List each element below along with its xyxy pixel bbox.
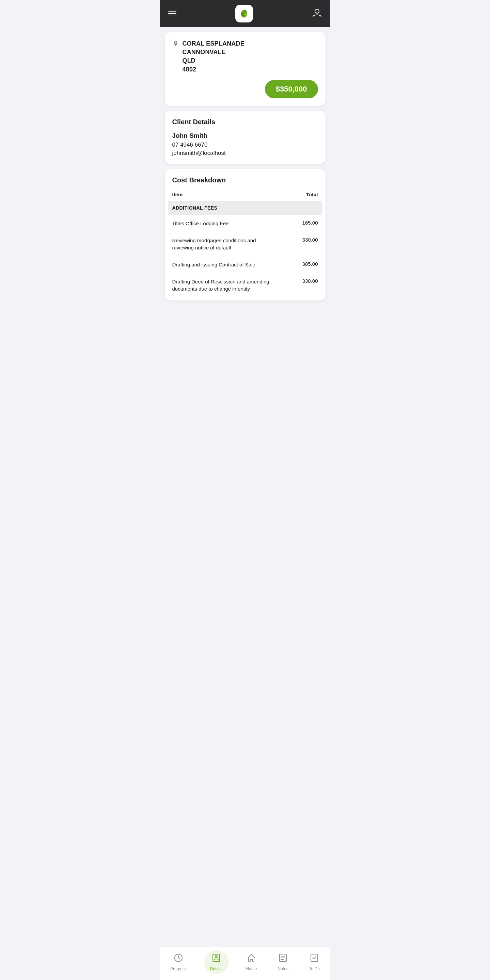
additional-fees-section: ADDITIONAL FEES [168,201,322,215]
location-icon [172,40,179,49]
address-line4: 4802 [182,65,244,74]
cost-row-4: Drafting Deed of Rescission and amending… [168,273,322,297]
price-row: $350,000 [172,80,318,98]
client-details-card: Client Details John Smith 07 4946 6670 j… [165,111,326,164]
cost-label-3: Drafting and issuing Contract of Sale [172,261,255,268]
cost-row-2: Reviewing mortgagee conditions and revie… [168,232,322,256]
nav-item-details[interactable]: Details [204,950,229,974]
cost-table-header: Item Total [168,189,322,201]
property-address: CORAL ESPLANADE CANNONVALE QLD 4802 [172,40,318,74]
app-header [160,0,330,27]
cost-row-1: Titles Office Lodging Fee 165.00 [168,215,322,232]
client-section-title: Client Details [172,118,318,126]
progress-icon [174,953,183,965]
client-phone: 07 4946 6670 [172,142,318,148]
cost-amount-1: 165.00 [302,220,318,226]
address-line1: CORAL ESPLANADE [182,40,244,48]
svg-point-4 [215,956,217,958]
cost-row-3: Drafting and issuing Contract of Sale 38… [168,256,322,273]
cost-label-1: Titles Office Lodging Fee [172,220,229,227]
svg-point-1 [315,9,319,13]
cost-label-4: Drafting Deed of Rescission and amending… [172,278,275,292]
cost-amount-2: 330.00 [302,237,318,243]
app-logo [235,5,253,22]
col-header-item: Item [172,192,183,197]
cost-breakdown-card: Cost Breakdown Item Total ADDITIONAL FEE… [165,169,326,301]
cost-label-2: Reviewing mortgagee conditions and revie… [172,237,275,251]
nav-item-todo[interactable]: To Do [306,952,323,972]
nav-item-home[interactable]: Home [243,952,260,972]
address-line2: CANNONVALE [182,48,244,56]
address-block: CORAL ESPLANADE CANNONVALE QLD 4802 [182,40,244,74]
nav-item-notes[interactable]: Notes [274,952,292,972]
notes-label: Notes [278,966,288,971]
details-label: Details [210,966,223,971]
user-profile-button[interactable] [312,8,322,20]
price-badge: $350,000 [265,80,318,98]
cost-amount-4: 330.00 [302,278,318,284]
todo-icon [310,953,319,965]
property-card: CORAL ESPLANADE CANNONVALE QLD 4802 $350… [165,32,326,106]
client-email: johnsmith@localhost [172,150,318,156]
progress-label: Progress [170,966,187,971]
main-content: CORAL ESPLANADE CANNONVALE QLD 4802 $350… [160,32,330,339]
home-label: Home [246,966,257,971]
details-icon [211,953,221,965]
notes-icon [278,953,288,965]
cost-rows: Titles Office Lodging Fee 165.00 Reviewi… [168,215,322,297]
home-icon [247,953,256,965]
address-line3: QLD [182,56,244,65]
col-header-total: Total [306,192,318,197]
cost-amount-3: 385.00 [302,261,318,267]
menu-button[interactable] [168,11,176,16]
section-header-label: ADDITIONAL FEES [172,205,218,211]
nav-item-progress[interactable]: Progress [167,952,190,972]
client-name: John Smith [172,132,318,140]
cost-breakdown-title: Cost Breakdown [168,176,322,184]
todo-label: To Do [309,966,320,971]
bottom-navigation: Progress Details Home [160,947,330,980]
